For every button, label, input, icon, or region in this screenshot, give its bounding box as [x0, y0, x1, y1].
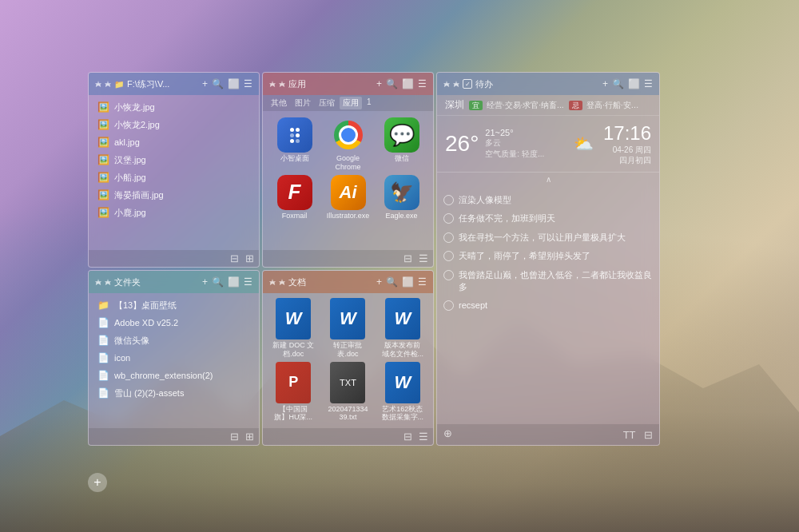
- file-icon: 🖼️: [97, 136, 109, 149]
- app-wechat[interactable]: 💬 微信: [376, 117, 427, 172]
- list-item[interactable]: 📁 【13】桌面壁纸: [95, 296, 252, 314]
- list-item[interactable]: 🖼️ 海晏插画.jpg: [95, 186, 252, 204]
- file-icon: 📄: [97, 316, 109, 329]
- add-action[interactable]: +: [376, 276, 382, 288]
- todo-checkbox[interactable]: [443, 270, 454, 280]
- list-item[interactable]: 🖼️ akl.jpg: [95, 133, 252, 151]
- search-action[interactable]: 🔍: [212, 276, 224, 288]
- list-item[interactable]: 🖼️ 小鹿.jpg: [95, 204, 252, 221]
- menu-action[interactable]: ☰: [244, 276, 252, 288]
- todo-checkbox[interactable]: [443, 300, 454, 311]
- list-item[interactable]: 任务做不完，加班到明天: [443, 209, 653, 228]
- doc-item[interactable]: W 版本发布前 域名文件检...: [377, 298, 428, 359]
- wps-doc-icon: W: [385, 362, 420, 403]
- list-item[interactable]: 📄 wb_chrome_extension(2): [95, 367, 252, 384]
- list-item[interactable]: 📄 Adobe XD v25.2: [95, 314, 252, 332]
- app-chrome[interactable]: Google Chrome: [323, 117, 373, 172]
- grid-view-icon[interactable]: ⊞: [245, 252, 254, 264]
- todo-checkbox[interactable]: [443, 232, 454, 243]
- app-eagle[interactable]: 🦅 Eagle.exe: [376, 175, 427, 220]
- search-action[interactable]: 🔍: [386, 78, 398, 89]
- app-chrome-label: Google Chrome: [323, 154, 373, 172]
- menu-action[interactable]: ☰: [418, 276, 427, 288]
- add-action[interactable]: +: [202, 78, 208, 89]
- save-action[interactable]: ⬜: [228, 276, 240, 288]
- save-action[interactable]: ⬜: [402, 78, 414, 89]
- list-view-icon[interactable]: ⊟: [403, 431, 412, 443]
- add-action[interactable]: +: [202, 276, 208, 288]
- list-item[interactable]: 我在寻找一个方法，可以让用户量极具扩大: [443, 228, 653, 247]
- list-item[interactable]: recsept: [443, 296, 653, 315]
- save-action[interactable]: ⬜: [628, 78, 640, 89]
- app-foxmail-label: Foxmail: [282, 212, 308, 220]
- todo-checkbox[interactable]: [443, 213, 454, 224]
- doc-item[interactable]: W 新建 DOC 文 档.doc: [268, 298, 319, 359]
- list-item[interactable]: 🖼️ 汉堡.jpg: [95, 151, 252, 169]
- search-action[interactable]: 🔍: [612, 78, 624, 89]
- doc-label: 艺术162秋态 数据采集字...: [382, 405, 424, 423]
- tab-image[interactable]: 图片: [292, 97, 314, 109]
- list-view-icon[interactable]: ⊟: [403, 252, 412, 264]
- todo-text: 我曾踏足山巅，也曾进入低谷，二者都让我收益良多: [459, 269, 653, 294]
- list-item[interactable]: 天晴了，雨停了，希望别掉头发了: [443, 247, 653, 265]
- doc-item[interactable]: TXT 2020471334 39.txt: [322, 362, 373, 423]
- city-name: 深圳: [445, 98, 464, 112]
- panel-files: 📁 F:\练习\V... + 🔍 ⬜ ☰ 🖼️ 小恢龙.jpg 🖼️ 小恢龙2.…: [88, 72, 260, 268]
- doc-item[interactable]: P 【中国国 旗】HU深...: [268, 362, 319, 423]
- todo-footer-right: TT ⊟: [623, 427, 653, 442]
- add-widget-button[interactable]: +: [88, 473, 107, 492]
- todo-checkbox[interactable]: [443, 251, 454, 261]
- doc-label: 2020471334 39.txt: [328, 405, 368, 423]
- filter-icon[interactable]: ⊟: [644, 429, 653, 441]
- app-foxmail[interactable]: F Foxmail: [269, 175, 320, 220]
- news-badge-yi: 宜: [469, 101, 483, 110]
- tab-count[interactable]: 1: [364, 97, 375, 109]
- tab-apps[interactable]: 应用: [340, 97, 362, 109]
- app-zhizhi[interactable]: 小智桌面: [269, 117, 320, 172]
- list-item[interactable]: 渲染人像模型: [443, 191, 653, 209]
- todo-text: 任务做不完，加班到明天: [459, 212, 555, 224]
- list-view-icon[interactable]: ⊟: [230, 252, 239, 264]
- search-action[interactable]: 🔍: [386, 276, 398, 288]
- panel-todo-footer: ⊕ TT ⊟: [437, 424, 659, 445]
- add-action[interactable]: +: [376, 78, 382, 89]
- todo-checkbox[interactable]: [443, 195, 454, 205]
- news-ticker: 宜 经营·交易·求官·纳畜... 忌 登高·行船·安床·入宅...: [464, 100, 651, 111]
- tab-compress[interactable]: 压缩: [316, 97, 338, 109]
- list-item[interactable]: 🖼️ 小恢龙.jpg: [95, 98, 252, 116]
- menu-action[interactable]: ☰: [244, 78, 252, 89]
- add-todo-icon[interactable]: ⊕: [443, 427, 452, 442]
- temperature-display: 26°: [445, 131, 479, 156]
- list-item[interactable]: 🖼️ 小恢龙2.jpg: [95, 116, 252, 133]
- illustrator-icon: Ai: [331, 175, 366, 210]
- save-action[interactable]: ⬜: [402, 276, 414, 288]
- doc-item[interactable]: W 艺术162秋态 数据采集字...: [377, 362, 428, 423]
- app-tabs: 其他 图片 压缩 应用 1: [263, 95, 433, 111]
- save-action[interactable]: ⬜: [228, 78, 240, 89]
- list-item[interactable]: 📄 微信头像: [95, 332, 252, 349]
- grid-view-icon[interactable]: ☰: [419, 431, 428, 443]
- panel-apps-content: 小智桌面 Google Chrome 💬 微信: [263, 111, 433, 250]
- wps-w-letter: W: [285, 308, 302, 329]
- panel-folder-header: 文件夹 + 🔍 ⬜ ☰: [89, 271, 259, 293]
- menu-action[interactable]: ☰: [418, 78, 427, 89]
- pin-icon: [443, 81, 450, 87]
- doc-label: 新建 DOC 文 档.doc: [272, 341, 314, 359]
- add-action[interactable]: +: [602, 78, 608, 89]
- menu-action[interactable]: ☰: [644, 78, 653, 89]
- list-item[interactable]: 📄 雪山 (2)(2)-assets: [95, 384, 252, 402]
- search-action[interactable]: 🔍: [212, 78, 224, 89]
- pin-icon: [95, 279, 101, 285]
- list-item[interactable]: 我曾踏足山巅，也曾进入低谷，二者都让我收益良多: [443, 266, 653, 297]
- collapse-button[interactable]: ∧: [546, 175, 551, 184]
- list-view-icon[interactable]: ⊟: [230, 431, 239, 443]
- list-item[interactable]: 📄 icon: [95, 349, 252, 367]
- grid-view-icon[interactable]: ⊞: [245, 431, 254, 443]
- panel-docs: 文档 + 🔍 ⬜ ☰ W 新建 DOC 文 档.doc W: [262, 270, 434, 446]
- list-item[interactable]: 🖼️ 小船.jpg: [95, 169, 252, 186]
- tab-other[interactable]: 其他: [268, 97, 290, 109]
- font-icon[interactable]: TT: [623, 429, 636, 441]
- grid-view-icon[interactable]: ☰: [419, 252, 428, 264]
- doc-item[interactable]: W 转正审批 表.doc: [322, 298, 373, 359]
- app-illustrator[interactable]: Ai Illustrator.exe: [323, 175, 373, 220]
